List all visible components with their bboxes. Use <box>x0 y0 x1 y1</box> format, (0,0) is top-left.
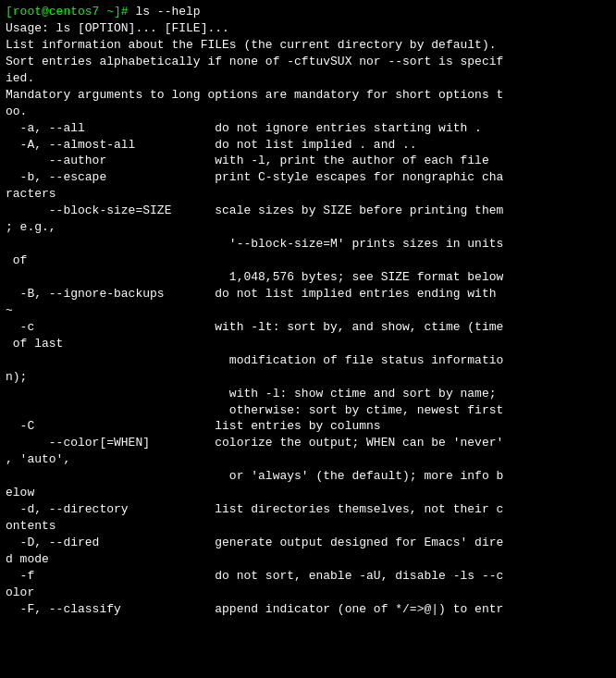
terminal-line: -d, --directory list directories themsel… <box>6 501 610 518</box>
terminal-line: -a, --all do not ignore entries starting… <box>6 120 610 137</box>
terminal-line: -B, --ignore-backups do not list implied… <box>6 286 610 302</box>
terminal-window: [root@centos7 ~]# ls --helpUsage: ls [OP… <box>0 0 616 678</box>
terminal-line: of <box>6 253 610 269</box>
terminal-line: , 'auto', <box>6 451 610 468</box>
terminal-line: oo. <box>6 104 610 120</box>
terminal-output: [root@centos7 ~]# ls --helpUsage: ls [OP… <box>6 4 610 618</box>
terminal-line: ied. <box>6 70 610 87</box>
terminal-line: 1,048,576 bytes; see SIZE format below <box>6 269 610 286</box>
terminal-line: Sort entries alphabetically if none of -… <box>6 54 610 70</box>
terminal-line: -c with -lt: sort by, and show, ctime (t… <box>6 319 610 336</box>
terminal-line: with -l: show ctime and sort by name; <box>6 386 610 402</box>
terminal-line: otherwise: sort by ctime, newest first <box>6 402 610 419</box>
terminal-line: --author with -l, print the author of ea… <box>6 153 610 169</box>
terminal-line: ~ <box>6 302 610 319</box>
terminal-line: -C list entries by columns <box>6 418 610 435</box>
terminal-line: List information about the FILEs (the cu… <box>6 37 610 54</box>
terminal-line: modification of file status informatio <box>6 352 610 369</box>
terminal-line: olor <box>6 585 610 601</box>
terminal-line: -b, --escape print C-style escapes for n… <box>6 169 610 186</box>
terminal-line: racters <box>6 186 610 203</box>
terminal-line: n); <box>6 369 610 386</box>
terminal-line: -F, --classify append indicator (one of … <box>6 601 610 618</box>
terminal-line: '--block-size=M' prints sizes in units <box>6 236 610 253</box>
terminal-line: [root@centos7 ~]# ls --help <box>6 4 610 20</box>
terminal-line: --color[=WHEN] colorize the output; WHEN… <box>6 435 610 451</box>
terminal-line: --block-size=SIZE scale sizes by SIZE be… <box>6 203 610 219</box>
terminal-line: elow <box>6 485 610 501</box>
terminal-line: -D, --dired generate output designed for… <box>6 535 610 551</box>
terminal-line: of last <box>6 336 610 352</box>
terminal-line: Usage: ls [OPTION]... [FILE]... <box>6 20 610 37</box>
terminal-line: or 'always' (the default); more info b <box>6 468 610 485</box>
terminal-line: -f do not sort, enable -aU, disable -ls … <box>6 568 610 585</box>
terminal-line: Mandatory arguments to long options are … <box>6 87 610 104</box>
command-text: ls --help <box>135 5 200 18</box>
terminal-line: -A, --almost-all do not list implied . a… <box>6 137 610 154</box>
prompt-text: [root@centos7 ~]# <box>6 5 135 18</box>
terminal-line: d mode <box>6 551 610 568</box>
terminal-line: ; e.g., <box>6 219 610 236</box>
terminal-line: ontents <box>6 518 610 535</box>
